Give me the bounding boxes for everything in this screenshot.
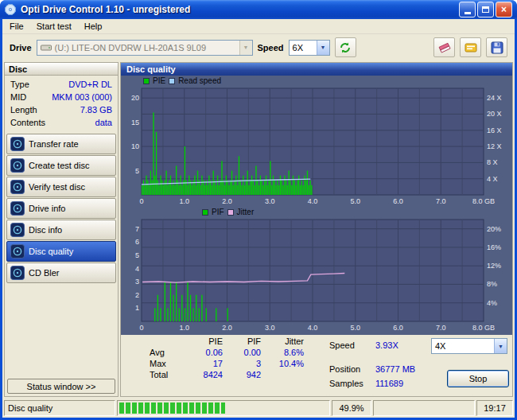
jitter-legend-swatch xyxy=(227,209,234,216)
speed-select[interactable]: 6X ▼ xyxy=(289,40,330,56)
window-body: File Start test Help Drive (U:) LITE-ON … xyxy=(2,19,515,418)
speed-select-arrow-icon[interactable]: ▼ xyxy=(317,41,329,55)
svg-text:2.0: 2.0 xyxy=(222,324,232,332)
disc-info-icon xyxy=(10,223,25,237)
menu-help[interactable]: Help xyxy=(78,20,109,33)
disc-mid-label: MID xyxy=(10,92,26,102)
svg-text:1: 1 xyxy=(135,304,139,312)
read-speed-select-arrow-icon[interactable]: ▼ xyxy=(494,339,507,353)
elapsed-time: 19:17 xyxy=(476,400,513,416)
save-icon xyxy=(490,41,504,55)
progress-bar-fill xyxy=(119,402,225,414)
minimize-button[interactable] xyxy=(459,2,476,18)
svg-text:6.0: 6.0 xyxy=(393,197,403,205)
svg-text:15: 15 xyxy=(131,119,139,126)
svg-text:4.0: 4.0 xyxy=(308,324,318,332)
svg-text:12 X: 12 X xyxy=(487,142,502,150)
speed-stat-value: 3.93X xyxy=(375,340,431,350)
menubar: File Start test Help xyxy=(2,19,515,34)
drive-select-value: (U:) LITE-ON DVDRW LH-20A1S 9L09 xyxy=(55,43,207,52)
svg-text:0: 0 xyxy=(139,324,143,332)
speed-stat-label: Speed xyxy=(329,340,375,350)
sidebar-button-transfer-rate[interactable]: Transfer rate xyxy=(6,134,116,154)
svg-text:0: 0 xyxy=(139,197,143,205)
stats-row-max-label: Max xyxy=(148,358,183,369)
menu-file[interactable]: File xyxy=(3,20,30,33)
menu-start-test[interactable]: Start test xyxy=(30,20,78,33)
disc-info-row: Contentsdata xyxy=(10,118,112,127)
sidebar-button-label: CD Bler xyxy=(29,268,60,278)
read-speed-legend-swatch xyxy=(169,78,175,84)
svg-text:16 X: 16 X xyxy=(487,126,502,134)
stats-col-pie: PIE xyxy=(183,336,224,347)
drive-select-arrow-icon[interactable]: ▼ xyxy=(239,41,252,55)
svg-text:7.0: 7.0 xyxy=(436,324,446,332)
sidebar-button-verify-test-disc[interactable]: Verify test disc xyxy=(6,177,116,197)
svg-text:20%: 20% xyxy=(487,225,501,233)
sidebar-button-label: Disc quality xyxy=(29,247,73,256)
sidebar-button-disc-info[interactable]: Disc info xyxy=(6,220,116,240)
svg-text:20 X: 20 X xyxy=(487,110,502,118)
disc-info: TypeDVD+R DL MIDMKM 003 (000) Length7.83… xyxy=(5,76,118,133)
svg-text:1.0: 1.0 xyxy=(179,324,189,332)
sidebar-button-drive-info[interactable]: Drive info xyxy=(6,198,116,219)
report-button[interactable] xyxy=(460,37,481,57)
refresh-speeds-button[interactable] xyxy=(335,37,356,57)
pif-legend-label: PIF xyxy=(212,208,224,216)
minimize-icon xyxy=(465,12,471,14)
sidebar-button-label: Create test disc xyxy=(29,161,89,170)
stop-button[interactable]: Stop xyxy=(447,370,509,387)
samples-stat-value: 111689 xyxy=(375,379,431,388)
titlebar: Opti Drive Control 1.10 - unregistered × xyxy=(0,0,517,19)
sidebar-button-label: Transfer rate xyxy=(29,139,79,149)
jitter-legend-label: Jitter xyxy=(237,208,255,216)
svg-text:3: 3 xyxy=(135,278,139,286)
total-jitter-value xyxy=(262,369,305,380)
avg-pie-value: 0.06 xyxy=(183,347,224,358)
svg-text:24 X: 24 X xyxy=(487,94,502,102)
read-speed-legend-label: Read speed xyxy=(178,76,221,85)
disc-panel-header: Disc xyxy=(5,63,118,76)
disc-quality-icon xyxy=(10,244,25,259)
status-window-button[interactable]: Status window >> xyxy=(7,379,115,394)
statusbar-mode: Disc quality xyxy=(4,400,115,416)
disc-contents-label: Contents xyxy=(10,118,45,127)
create-test-disc-icon xyxy=(10,158,25,173)
drive-icon xyxy=(41,44,52,52)
svg-text:4 X: 4 X xyxy=(487,175,498,183)
total-pie-value: 8424 xyxy=(183,369,224,380)
svg-text:4%: 4% xyxy=(487,299,497,307)
content-area: Disc TypeDVD+R DL MIDMKM 003 (000) Lengt… xyxy=(2,60,515,399)
statusbar-spacer xyxy=(373,400,475,416)
max-pie-value: 17 xyxy=(183,358,224,369)
svg-text:5.0: 5.0 xyxy=(350,197,360,205)
svg-text:1.0: 1.0 xyxy=(179,197,189,205)
main-panel-header: Disc quality xyxy=(121,63,512,76)
stats-area: PIE PIF Jitter Avg 0.06 0.00 8.6% Max xyxy=(121,335,512,396)
sidebar-button-create-test-disc[interactable]: Create test disc xyxy=(6,155,116,176)
refresh-icon xyxy=(339,41,352,54)
stats-col-pif: PIF xyxy=(224,336,262,347)
save-button[interactable] xyxy=(486,37,507,57)
max-pif-value: 3 xyxy=(224,358,262,369)
max-jitter-value: 10.4% xyxy=(262,358,305,369)
disc-contents-value: data xyxy=(95,118,112,127)
pie-read-speed-chart: 51015204 X8 X12 X16 X20 X24 X01.02.03.04… xyxy=(122,86,514,207)
close-button[interactable]: × xyxy=(496,2,512,18)
speed-select-value: 6X xyxy=(290,41,317,55)
transfer-rate-icon xyxy=(10,137,25,151)
read-speed-select[interactable]: 4X ▼ xyxy=(431,338,507,354)
pif-chart-legend: PIF Jitter xyxy=(202,207,511,217)
drive-select[interactable]: (U:) LITE-ON DVDRW LH-20A1S 9L09 ▼ xyxy=(37,40,253,56)
svg-text:8%: 8% xyxy=(487,280,497,288)
sidebar-button-disc-quality[interactable]: Disc quality xyxy=(6,241,116,262)
maximize-button[interactable] xyxy=(477,2,494,18)
erase-disc-button[interactable] xyxy=(433,37,455,57)
stats-row-avg-label: Avg xyxy=(148,347,183,358)
verify-test-disc-icon xyxy=(10,180,25,194)
svg-text:10: 10 xyxy=(131,142,139,150)
sidebar-button-cd-bler[interactable]: CD Bler xyxy=(6,262,116,283)
avg-jitter-value: 8.6% xyxy=(262,347,305,358)
progress-percent: 49.9% xyxy=(332,400,371,416)
pie-legend-swatch xyxy=(143,78,150,84)
